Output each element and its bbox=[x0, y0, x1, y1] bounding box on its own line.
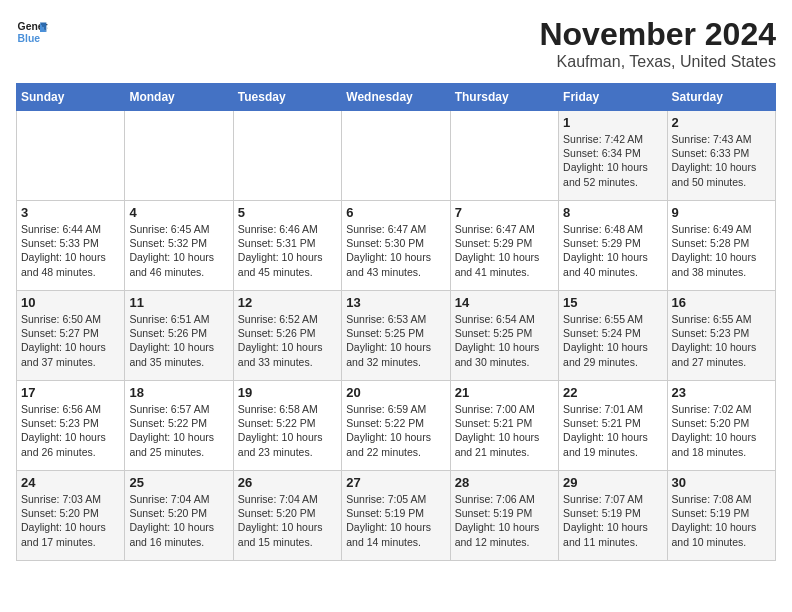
day-info: Sunrise: 6:47 AM Sunset: 5:30 PM Dayligh… bbox=[346, 222, 445, 279]
calendar-cell: 29Sunrise: 7:07 AM Sunset: 5:19 PM Dayli… bbox=[559, 471, 667, 561]
day-info: Sunrise: 6:55 AM Sunset: 5:24 PM Dayligh… bbox=[563, 312, 662, 369]
day-number: 28 bbox=[455, 475, 554, 490]
day-number: 30 bbox=[672, 475, 771, 490]
day-number: 14 bbox=[455, 295, 554, 310]
day-number: 6 bbox=[346, 205, 445, 220]
day-info: Sunrise: 6:59 AM Sunset: 5:22 PM Dayligh… bbox=[346, 402, 445, 459]
calendar-cell: 13Sunrise: 6:53 AM Sunset: 5:25 PM Dayli… bbox=[342, 291, 450, 381]
day-number: 13 bbox=[346, 295, 445, 310]
day-info: Sunrise: 7:07 AM Sunset: 5:19 PM Dayligh… bbox=[563, 492, 662, 549]
page-title: November 2024 bbox=[539, 16, 776, 53]
day-info: Sunrise: 7:42 AM Sunset: 6:34 PM Dayligh… bbox=[563, 132, 662, 189]
calendar-cell: 24Sunrise: 7:03 AM Sunset: 5:20 PM Dayli… bbox=[17, 471, 125, 561]
logo: General Blue bbox=[16, 16, 48, 48]
day-info: Sunrise: 6:57 AM Sunset: 5:22 PM Dayligh… bbox=[129, 402, 228, 459]
day-info: Sunrise: 6:55 AM Sunset: 5:23 PM Dayligh… bbox=[672, 312, 771, 369]
day-number: 23 bbox=[672, 385, 771, 400]
calendar-cell: 11Sunrise: 6:51 AM Sunset: 5:26 PM Dayli… bbox=[125, 291, 233, 381]
header-sunday: Sunday bbox=[17, 84, 125, 111]
calendar-cell: 3Sunrise: 6:44 AM Sunset: 5:33 PM Daylig… bbox=[17, 201, 125, 291]
week-row-2: 10Sunrise: 6:50 AM Sunset: 5:27 PM Dayli… bbox=[17, 291, 776, 381]
day-number: 11 bbox=[129, 295, 228, 310]
day-info: Sunrise: 6:52 AM Sunset: 5:26 PM Dayligh… bbox=[238, 312, 337, 369]
day-number: 12 bbox=[238, 295, 337, 310]
day-info: Sunrise: 6:49 AM Sunset: 5:28 PM Dayligh… bbox=[672, 222, 771, 279]
header-row: SundayMondayTuesdayWednesdayThursdayFrid… bbox=[17, 84, 776, 111]
day-info: Sunrise: 7:04 AM Sunset: 5:20 PM Dayligh… bbox=[238, 492, 337, 549]
calendar-cell bbox=[450, 111, 558, 201]
day-number: 22 bbox=[563, 385, 662, 400]
header-thursday: Thursday bbox=[450, 84, 558, 111]
day-number: 9 bbox=[672, 205, 771, 220]
header-wednesday: Wednesday bbox=[342, 84, 450, 111]
calendar-cell: 8Sunrise: 6:48 AM Sunset: 5:29 PM Daylig… bbox=[559, 201, 667, 291]
week-row-3: 17Sunrise: 6:56 AM Sunset: 5:23 PM Dayli… bbox=[17, 381, 776, 471]
page-subtitle: Kaufman, Texas, United States bbox=[539, 53, 776, 71]
calendar-cell: 10Sunrise: 6:50 AM Sunset: 5:27 PM Dayli… bbox=[17, 291, 125, 381]
day-info: Sunrise: 6:44 AM Sunset: 5:33 PM Dayligh… bbox=[21, 222, 120, 279]
calendar-cell: 4Sunrise: 6:45 AM Sunset: 5:32 PM Daylig… bbox=[125, 201, 233, 291]
header-friday: Friday bbox=[559, 84, 667, 111]
day-number: 17 bbox=[21, 385, 120, 400]
week-row-1: 3Sunrise: 6:44 AM Sunset: 5:33 PM Daylig… bbox=[17, 201, 776, 291]
calendar-cell: 1Sunrise: 7:42 AM Sunset: 6:34 PM Daylig… bbox=[559, 111, 667, 201]
header-monday: Monday bbox=[125, 84, 233, 111]
calendar-cell: 28Sunrise: 7:06 AM Sunset: 5:19 PM Dayli… bbox=[450, 471, 558, 561]
logo-icon: General Blue bbox=[16, 16, 48, 48]
day-info: Sunrise: 6:46 AM Sunset: 5:31 PM Dayligh… bbox=[238, 222, 337, 279]
day-info: Sunrise: 7:00 AM Sunset: 5:21 PM Dayligh… bbox=[455, 402, 554, 459]
calendar-cell: 19Sunrise: 6:58 AM Sunset: 5:22 PM Dayli… bbox=[233, 381, 341, 471]
day-info: Sunrise: 6:51 AM Sunset: 5:26 PM Dayligh… bbox=[129, 312, 228, 369]
day-number: 18 bbox=[129, 385, 228, 400]
calendar-cell: 26Sunrise: 7:04 AM Sunset: 5:20 PM Dayli… bbox=[233, 471, 341, 561]
calendar-cell: 9Sunrise: 6:49 AM Sunset: 5:28 PM Daylig… bbox=[667, 201, 775, 291]
day-info: Sunrise: 6:45 AM Sunset: 5:32 PM Dayligh… bbox=[129, 222, 228, 279]
day-number: 10 bbox=[21, 295, 120, 310]
calendar-body: 1Sunrise: 7:42 AM Sunset: 6:34 PM Daylig… bbox=[17, 111, 776, 561]
svg-text:Blue: Blue bbox=[18, 33, 41, 44]
day-info: Sunrise: 6:53 AM Sunset: 5:25 PM Dayligh… bbox=[346, 312, 445, 369]
day-info: Sunrise: 6:50 AM Sunset: 5:27 PM Dayligh… bbox=[21, 312, 120, 369]
day-number: 20 bbox=[346, 385, 445, 400]
day-number: 27 bbox=[346, 475, 445, 490]
day-info: Sunrise: 6:56 AM Sunset: 5:23 PM Dayligh… bbox=[21, 402, 120, 459]
day-info: Sunrise: 6:47 AM Sunset: 5:29 PM Dayligh… bbox=[455, 222, 554, 279]
week-row-0: 1Sunrise: 7:42 AM Sunset: 6:34 PM Daylig… bbox=[17, 111, 776, 201]
day-info: Sunrise: 7:43 AM Sunset: 6:33 PM Dayligh… bbox=[672, 132, 771, 189]
page-header: General Blue November 2024 Kaufman, Texa… bbox=[16, 16, 776, 71]
day-number: 7 bbox=[455, 205, 554, 220]
day-info: Sunrise: 7:06 AM Sunset: 5:19 PM Dayligh… bbox=[455, 492, 554, 549]
day-number: 2 bbox=[672, 115, 771, 130]
day-number: 4 bbox=[129, 205, 228, 220]
calendar-cell: 20Sunrise: 6:59 AM Sunset: 5:22 PM Dayli… bbox=[342, 381, 450, 471]
calendar-cell: 23Sunrise: 7:02 AM Sunset: 5:20 PM Dayli… bbox=[667, 381, 775, 471]
calendar-cell: 5Sunrise: 6:46 AM Sunset: 5:31 PM Daylig… bbox=[233, 201, 341, 291]
calendar-cell: 7Sunrise: 6:47 AM Sunset: 5:29 PM Daylig… bbox=[450, 201, 558, 291]
day-number: 16 bbox=[672, 295, 771, 310]
day-info: Sunrise: 6:48 AM Sunset: 5:29 PM Dayligh… bbox=[563, 222, 662, 279]
day-number: 3 bbox=[21, 205, 120, 220]
calendar-cell: 30Sunrise: 7:08 AM Sunset: 5:19 PM Dayli… bbox=[667, 471, 775, 561]
calendar-cell: 14Sunrise: 6:54 AM Sunset: 5:25 PM Dayli… bbox=[450, 291, 558, 381]
header-saturday: Saturday bbox=[667, 84, 775, 111]
header-tuesday: Tuesday bbox=[233, 84, 341, 111]
calendar-cell: 12Sunrise: 6:52 AM Sunset: 5:26 PM Dayli… bbox=[233, 291, 341, 381]
calendar-header: SundayMondayTuesdayWednesdayThursdayFrid… bbox=[17, 84, 776, 111]
calendar-cell: 18Sunrise: 6:57 AM Sunset: 5:22 PM Dayli… bbox=[125, 381, 233, 471]
day-info: Sunrise: 7:04 AM Sunset: 5:20 PM Dayligh… bbox=[129, 492, 228, 549]
day-number: 21 bbox=[455, 385, 554, 400]
calendar-cell: 15Sunrise: 6:55 AM Sunset: 5:24 PM Dayli… bbox=[559, 291, 667, 381]
day-info: Sunrise: 6:54 AM Sunset: 5:25 PM Dayligh… bbox=[455, 312, 554, 369]
day-number: 25 bbox=[129, 475, 228, 490]
calendar-table: SundayMondayTuesdayWednesdayThursdayFrid… bbox=[16, 83, 776, 561]
calendar-cell bbox=[342, 111, 450, 201]
calendar-cell bbox=[17, 111, 125, 201]
day-number: 29 bbox=[563, 475, 662, 490]
day-number: 15 bbox=[563, 295, 662, 310]
day-number: 8 bbox=[563, 205, 662, 220]
day-number: 5 bbox=[238, 205, 337, 220]
day-number: 24 bbox=[21, 475, 120, 490]
day-number: 19 bbox=[238, 385, 337, 400]
day-info: Sunrise: 7:05 AM Sunset: 5:19 PM Dayligh… bbox=[346, 492, 445, 549]
day-number: 1 bbox=[563, 115, 662, 130]
